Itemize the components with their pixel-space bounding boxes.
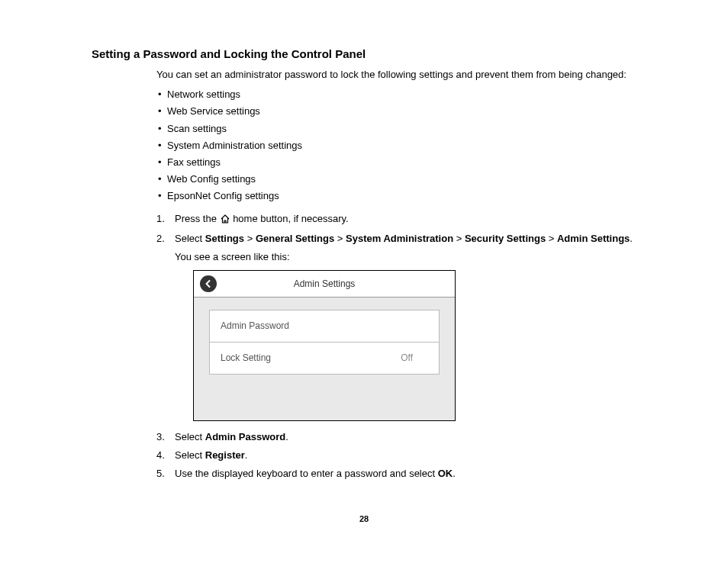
step-4: Select Register. [156,446,636,465]
section-heading: Setting a Password and Locking the Contr… [92,46,636,62]
page-number: 28 [92,513,636,525]
step-2: Select Settings > General Settings > Sys… [156,230,636,428]
settings-list: Network settings Web Service settings Sc… [156,86,636,204]
list-item: EpsonNet Config settings [156,188,636,204]
intro-text: You can set an administrator password to… [156,68,636,82]
screen-body: Admin Password Lock Setting Off [194,298,455,420]
list-item: Scan settings [156,121,636,137]
lock-setting-row[interactable]: Lock Setting Off [209,343,440,375]
list-item: Network settings [156,86,636,103]
screen-header: Admin Settings [194,271,455,298]
back-icon[interactable] [200,275,217,292]
list-item: Web Service settings [156,103,636,120]
screen-title: Admin Settings [194,278,455,291]
list-item: System Administration settings [156,137,636,154]
list-item: Web Config settings [156,171,636,188]
admin-settings-screenshot: Admin Settings Admin Password Lock Setti… [193,270,456,421]
home-icon [220,214,230,227]
list-item: Fax settings [156,154,636,171]
step-3: Select Admin Password. [156,428,636,446]
admin-password-row[interactable]: Admin Password [209,310,440,343]
step-1: Press the home button, if necessary. [156,210,636,230]
steps-list: Press the home button, if necessary. Sel… [156,210,636,484]
step-2-subtext: You see a screen like this: [175,250,636,264]
step-5: Use the displayed keyboard to enter a pa… [156,465,636,483]
lock-setting-value: Off [401,352,428,365]
